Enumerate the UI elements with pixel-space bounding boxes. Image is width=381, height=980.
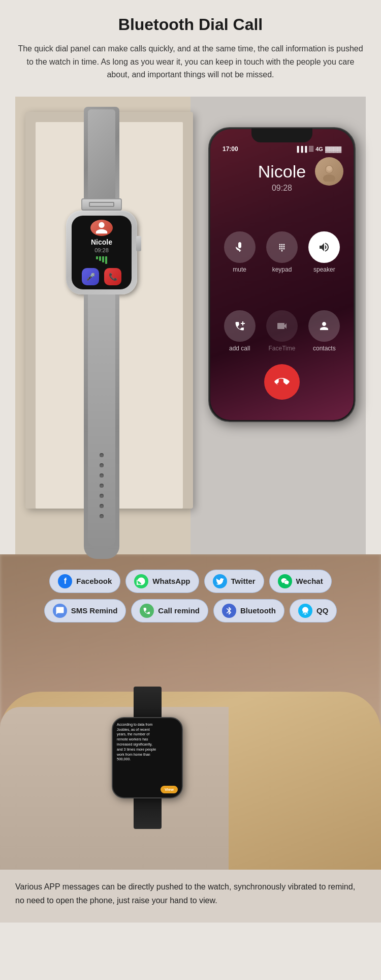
twitter-label: Twitter [231, 577, 256, 585]
bluetooth-label: Bluetooth [240, 606, 276, 615]
section-2-description: Various APP messages can be directly pus… [15, 880, 366, 907]
svg-point-13 [281, 250, 282, 252]
svg-point-12 [283, 248, 284, 250]
bluetooth-svg [225, 606, 234, 615]
watch-band-top [84, 107, 119, 198]
wrist-band-bottom [134, 798, 162, 829]
mute-label: mute [233, 266, 246, 273]
svg-point-5 [281, 244, 282, 246]
end-call-button[interactable] [264, 364, 300, 400]
watch-case: Nicole 09:28 🎤 📞 [66, 211, 137, 294]
wechat-badge: Wechat [269, 570, 332, 593]
wifi-icon: 𝄛 [309, 145, 313, 152]
add-call-icon [234, 320, 246, 332]
iphone-screen: 17:00 ▐▐▐ 𝄛 4G ▓▓▓▓ [210, 129, 354, 420]
facebook-badge: f Facebook [49, 570, 120, 593]
contacts-icon [318, 320, 330, 332]
keypad-button[interactable] [266, 231, 298, 263]
watch-call-buttons: 🎤 📞 [82, 268, 121, 285]
speaker-icon [318, 241, 330, 253]
section-title: Bluetooth Dial Call [15, 15, 366, 34]
section-description: The quick dial panel can make calls quic… [18, 42, 363, 81]
device-showcase: Nicole 09:28 🎤 📞 [15, 97, 366, 554]
status-icons: ▐▐▐ 𝄛 4G ▓▓▓▓ [295, 145, 341, 152]
twitter-badge: Twitter [204, 570, 264, 593]
call-buttons-row1: mute [223, 231, 341, 273]
facetime-label: FaceTime [269, 345, 296, 352]
add-call-label: add call [229, 345, 250, 352]
mute-icon [234, 241, 246, 253]
hand-watch-area: f Facebook WhatsApp [0, 554, 381, 870]
watch-buckle [81, 198, 122, 211]
contacts-label: contacts [313, 345, 336, 352]
watch-crown [136, 236, 141, 251]
bluetooth-badge: Bluetooth [213, 599, 284, 622]
watch-caller-name: Nicole [91, 238, 112, 246]
watch-avatar-icon [94, 221, 109, 235]
sms-label: SMS Remind [71, 606, 118, 615]
section-notifications: f Facebook WhatsApp [0, 554, 381, 923]
battery-icon: ▓▓▓▓ [325, 146, 341, 152]
call-remind-label: Call remind [158, 606, 200, 615]
wechat-svg [280, 577, 290, 586]
wrist-watch-screen: According to data from Joobles, as of re… [113, 718, 182, 797]
twitter-svg [215, 577, 225, 586]
contacts-button[interactable] [308, 310, 340, 342]
wrist-area: According to data from Joobles, as of re… [0, 676, 381, 870]
sms-icon [53, 604, 67, 618]
watch-band-bottom [84, 294, 119, 559]
iphone: 17:00 ▐▐▐ 𝄛 4G ▓▓▓▓ [208, 127, 356, 422]
call-remind-badge: Call remind [131, 599, 208, 622]
end-call-icon [274, 374, 290, 390]
twitter-icon [213, 574, 227, 588]
facetime-icon: ? [276, 320, 288, 332]
qq-label: QQ [316, 606, 328, 615]
facebook-label: Facebook [76, 577, 112, 585]
wrist-watch-body: According to data from Joobles, as of re… [112, 717, 183, 798]
iphone-notch [251, 128, 312, 142]
iphone-body: 17:00 ▐▐▐ 𝄛 4G ▓▓▓▓ [208, 127, 356, 422]
svg-point-7 [279, 246, 280, 248]
watch-end-button[interactable]: 📞 [104, 268, 121, 285]
qq-svg [301, 606, 310, 615]
watch-mic-button[interactable]: 🎤 [82, 268, 99, 285]
svg-point-11 [281, 248, 282, 250]
add-call-button[interactable] [224, 310, 256, 342]
end-call-container [223, 364, 341, 400]
bluetooth-icon [222, 604, 236, 618]
wechat-label: Wechat [296, 577, 323, 585]
facetime-button[interactable]: ? [266, 310, 298, 342]
call-buttons-row2: add call ? FaceTime [223, 310, 341, 352]
svg-point-9 [283, 246, 284, 248]
watch-call-time: 09:28 [94, 247, 109, 253]
svg-point-6 [283, 244, 284, 246]
view-button[interactable]: View [161, 786, 178, 793]
call-content: Nicole 09:28 [210, 157, 354, 420]
whatsapp-label: WhatsApp [152, 577, 190, 585]
caller-avatar-svg [319, 161, 339, 182]
speaker-button[interactable] [308, 231, 340, 263]
mute-button-item: mute [223, 231, 257, 273]
smartwatch: Nicole 09:28 🎤 📞 [51, 107, 152, 559]
qq-icon [298, 604, 312, 618]
wrist-watch-text: According to data from Joobles, as of re… [117, 722, 178, 786]
network-type: 4G [315, 146, 323, 152]
badge-row-2: SMS Remind Call remind [48, 599, 333, 622]
status-time: 17:00 [223, 145, 238, 153]
add-call-button-item: add call [223, 310, 257, 352]
svg-point-4 [279, 244, 280, 246]
caller-avatar [315, 157, 343, 186]
call-remind-svg [142, 606, 151, 615]
svg-text:?: ? [279, 323, 281, 328]
whatsapp-svg [137, 577, 146, 586]
svg-point-15 [304, 613, 307, 614]
keypad-icon [276, 241, 288, 253]
mute-button[interactable] [224, 231, 256, 263]
watch-avatar [90, 220, 113, 236]
keypad-button-item: keypad [265, 231, 299, 273]
qq-badge: QQ [290, 599, 337, 622]
svg-point-3 [327, 166, 332, 171]
svg-point-10 [279, 248, 280, 250]
section-2-text-area: Various APP messages can be directly pus… [0, 870, 381, 923]
call-remind-icon [140, 604, 154, 618]
